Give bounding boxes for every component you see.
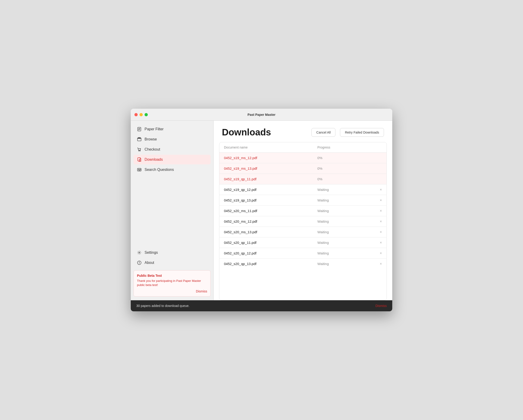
doc-name-cell: 0452_s20_qp_13.pdf	[219, 259, 313, 269]
cancel-download-button[interactable]: ×	[380, 209, 382, 213]
retry-failed-button[interactable]: Retry Failed Downloads	[340, 128, 384, 137]
app-window: Past Paper Master Paper Filter	[131, 109, 392, 311]
paper-filter-icon	[137, 127, 142, 132]
table-row: 0452_s20_ms_11.pdfWaiting×	[219, 206, 386, 216]
doc-name-cell: 0452_s19_ms_12.pdf	[219, 153, 313, 163]
cancel-download-button[interactable]: ×	[380, 219, 382, 223]
svg-point-7	[140, 151, 140, 151]
progress-cell: Waiting	[313, 227, 361, 237]
svg-point-10	[138, 169, 139, 170]
sidebar-item-paper-filter[interactable]: Paper Filter	[133, 124, 211, 134]
beta-dismiss-container: Dismiss	[137, 289, 207, 293]
svg-rect-8	[138, 158, 140, 161]
table-row: 0452_s19_qp_12.pdfWaiting×	[219, 184, 386, 195]
cancel-all-button[interactable]: Cancel All	[311, 128, 335, 137]
cancel-download-button[interactable]: ×	[380, 198, 382, 202]
table-row: 0452_s20_qp_13.pdfWaiting×	[219, 259, 386, 269]
status-message: 30 papers added to download queue.	[136, 304, 189, 308]
progress-cell: Waiting	[313, 248, 361, 259]
table-row: 0452_s20_ms_13.pdfWaiting×	[219, 227, 386, 237]
progress-cell: 0%	[313, 163, 361, 174]
sidebar-item-label: Paper Filter	[145, 127, 164, 131]
page-title: Downloads	[222, 127, 307, 138]
action-cell: ×	[361, 248, 386, 259]
doc-name-cell: 0452_s19_ms_13.pdf	[219, 163, 313, 174]
sidebar-item-downloads[interactable]: Downloads	[133, 155, 211, 165]
cancel-download-button[interactable]: ×	[380, 230, 382, 234]
close-button[interactable]	[134, 113, 138, 116]
sidebar-item-label: Downloads	[145, 157, 163, 162]
action-cell: ×	[361, 227, 386, 237]
cancel-download-button[interactable]: ×	[380, 262, 382, 266]
sidebar-item-label: Settings	[145, 251, 158, 255]
action-cell: ×	[361, 216, 386, 227]
search-questions-icon	[137, 167, 142, 172]
svg-point-17	[139, 262, 139, 262]
status-bar: 30 papers added to download queue. Dismi…	[131, 300, 392, 311]
beta-dismiss-button[interactable]: Dismiss	[196, 289, 207, 293]
progress-cell: Waiting	[313, 237, 361, 248]
table-row: 0452_s19_ms_13.pdf0%	[219, 163, 386, 174]
progress-cell: 0%	[313, 153, 361, 163]
svg-point-14	[139, 252, 140, 253]
svg-rect-4	[138, 138, 141, 141]
col-doc-name: Document name	[219, 142, 313, 153]
status-dismiss-button[interactable]: Dismiss	[376, 304, 387, 308]
main-content: Downloads Cancel All Retry Failed Downlo…	[214, 121, 392, 300]
action-cell	[361, 163, 386, 174]
table-row: 0452_s19_qp_11.pdf0%	[219, 174, 386, 184]
col-action	[361, 142, 386, 153]
doc-name-cell: 0452_s20_ms_12.pdf	[219, 216, 313, 227]
table-row: 0452_s19_ms_12.pdf0%	[219, 153, 386, 163]
action-cell	[361, 153, 386, 163]
col-progress: Progress	[313, 142, 361, 153]
browse-icon	[137, 137, 142, 142]
svg-point-6	[139, 151, 139, 151]
doc-name-cell: 0452_s20_ms_13.pdf	[219, 227, 313, 237]
downloads-icon	[137, 157, 142, 162]
downloads-table: Document name Progress 0452_s19_ms_12.pd…	[219, 142, 386, 269]
doc-name-cell: 0452_s20_qp_12.pdf	[219, 248, 313, 259]
minimize-button[interactable]	[139, 113, 143, 116]
sidebar-item-label: Checkout	[145, 147, 160, 151]
progress-cell: Waiting	[313, 184, 361, 195]
sidebar-item-settings[interactable]: Settings	[133, 248, 211, 257]
traffic-lights	[134, 113, 148, 116]
doc-name-cell: 0452_s20_ms_11.pdf	[219, 206, 313, 216]
progress-cell: Waiting	[313, 259, 361, 269]
downloads-table-container: Document name Progress 0452_s19_ms_12.pd…	[219, 142, 387, 300]
sidebar-bottom: Settings About	[131, 248, 213, 268]
sidebar-item-about[interactable]: About	[133, 258, 211, 268]
action-cell: ×	[361, 259, 386, 269]
sidebar-item-label: About	[145, 261, 154, 265]
beta-title: Public Beta Test	[137, 274, 207, 278]
table-row: 0452_s20_ms_12.pdfWaiting×	[219, 216, 386, 227]
doc-name-cell: 0452_s19_qp_12.pdf	[219, 184, 313, 195]
table-row: 0452_s20_qp_11.pdfWaiting×	[219, 237, 386, 248]
action-cell: ×	[361, 195, 386, 206]
progress-cell: 0%	[313, 174, 361, 184]
cancel-download-button[interactable]: ×	[380, 241, 382, 245]
doc-name-cell: 0452_s19_qp_11.pdf	[219, 174, 313, 184]
cancel-download-button[interactable]: ×	[380, 188, 382, 192]
zoom-button[interactable]	[145, 113, 148, 116]
action-cell: ×	[361, 184, 386, 195]
action-cell: ×	[361, 206, 386, 216]
svg-line-11	[139, 170, 140, 171]
checkout-icon	[137, 147, 142, 152]
sidebar-item-browse[interactable]: Browse	[133, 134, 211, 144]
doc-name-cell: 0452_s20_qp_11.pdf	[219, 237, 313, 248]
cancel-download-button[interactable]: ×	[380, 251, 382, 255]
table-row: 0452_s19_qp_13.pdfWaiting×	[219, 195, 386, 206]
sidebar-item-label: Browse	[145, 137, 157, 141]
sidebar: Paper Filter Browse	[131, 121, 214, 300]
sidebar-item-label: Search Questions	[145, 168, 174, 172]
app-body: Paper Filter Browse	[131, 121, 392, 300]
progress-cell: Waiting	[313, 216, 361, 227]
main-header: Downloads Cancel All Retry Failed Downlo…	[214, 121, 392, 142]
beta-text: Thank you for participating in Past Pape…	[137, 279, 207, 287]
progress-cell: Waiting	[313, 206, 361, 216]
sidebar-item-search-questions[interactable]: Search Questions	[133, 165, 211, 174]
titlebar: Past Paper Master	[131, 109, 392, 121]
sidebar-item-checkout[interactable]: Checkout	[133, 145, 211, 154]
